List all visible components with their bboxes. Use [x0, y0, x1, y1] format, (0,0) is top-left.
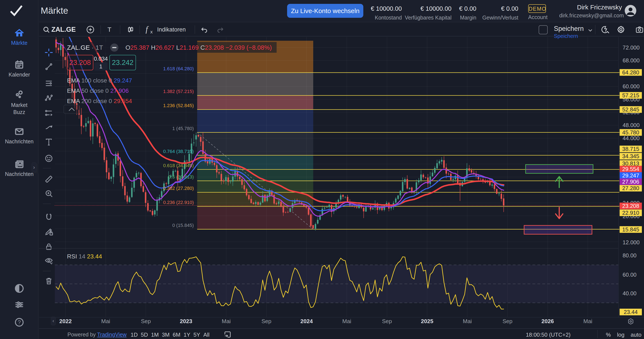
svg-text:Mai: Mai [584, 318, 592, 324]
svg-text:EMA 200 close 0 29.554: EMA 200 close 0 29.554 [67, 98, 132, 104]
svg-text:44.000: 44.000 [622, 135, 640, 141]
svg-text:23.208: 23.208 [69, 59, 91, 67]
svg-text:1 (45.780): 1 (45.780) [172, 126, 194, 131]
svg-text:Sep: Sep [262, 318, 271, 324]
svg-text:0 (15.845): 0 (15.845) [172, 223, 194, 228]
svg-text:0.618 (34.345): 0.618 (34.345) [163, 163, 194, 168]
svg-text:52.845: 52.845 [622, 106, 639, 113]
svg-text:Mai: Mai [101, 318, 110, 324]
svg-text:2022: 2022 [59, 318, 72, 324]
svg-text:48.000: 48.000 [622, 122, 640, 128]
svg-text:22.910: 22.910 [622, 210, 639, 216]
svg-text:27.906: 27.906 [622, 178, 639, 185]
svg-text:Sep: Sep [382, 318, 392, 324]
svg-text:64.280: 64.280 [622, 69, 639, 76]
svg-text:0.5 (30.813): 0.5 (30.813) [168, 174, 194, 180]
svg-text:Sep: Sep [141, 318, 151, 324]
svg-text:2023: 2023 [180, 318, 192, 324]
svg-text:27.280: 27.280 [622, 185, 639, 191]
svg-text:12.000: 12.000 [622, 239, 640, 246]
svg-text:2025: 2025 [421, 318, 433, 324]
svg-text:40.00: 40.00 [622, 290, 636, 296]
svg-text:80.00: 80.00 [622, 252, 636, 259]
svg-text:0.382 (27.280): 0.382 (27.280) [163, 186, 194, 191]
svg-text:0.764 (38.715): 0.764 (38.715) [163, 149, 194, 154]
svg-text:0.236 (22.910): 0.236 (22.910) [163, 200, 194, 205]
svg-text:29.247: 29.247 [622, 172, 639, 179]
svg-text:1.382 (57.215): 1.382 (57.215) [163, 89, 194, 94]
svg-text:23.208: 23.208 [622, 203, 639, 209]
svg-text:2026: 2026 [542, 318, 554, 324]
svg-text:15.845: 15.845 [622, 226, 639, 233]
svg-text:Mai: Mai [342, 318, 351, 324]
svg-text:EMA 100 close 0 29.247: EMA 100 close 0 29.247 [67, 77, 132, 84]
svg-text:ZAL.GE · 1T: ZAL.GE · 1T [67, 44, 103, 51]
svg-text:29.554: 29.554 [622, 166, 639, 172]
svg-text:57.215: 57.215 [622, 92, 639, 99]
svg-text:RSI 14 23.44: RSI 14 23.44 [67, 253, 102, 260]
svg-text:34.345: 34.345 [622, 153, 639, 159]
svg-text:23.242: 23.242 [112, 59, 134, 67]
svg-text:0.034: 0.034 [94, 56, 108, 62]
svg-text:60.000: 60.000 [622, 83, 640, 90]
svg-text:72.000: 72.000 [622, 44, 640, 51]
svg-text:1.618 (64.280): 1.618 (64.280) [163, 66, 194, 71]
svg-text:1.236 (52.845): 1.236 (52.845) [163, 103, 194, 108]
svg-text:60.00: 60.00 [622, 271, 636, 278]
svg-text:Mai: Mai [463, 318, 472, 324]
svg-text:Mai: Mai [222, 318, 231, 324]
svg-text:68.000: 68.000 [622, 57, 640, 64]
svg-text:2024: 2024 [300, 318, 313, 324]
svg-text:38.715: 38.715 [622, 146, 639, 152]
svg-text:EMA 50 close 0 27.906: EMA 50 close 0 27.906 [67, 87, 129, 94]
svg-text:O25.387 H26.627 L21.169 C23.20: O25.387 H26.627 L21.169 C23.208 −2.039 (… [126, 44, 272, 51]
svg-text:45.780: 45.780 [622, 129, 639, 136]
svg-text:1: 1 [99, 63, 102, 70]
svg-text:Sep: Sep [502, 318, 512, 324]
svg-text:23.44: 23.44 [624, 309, 638, 315]
